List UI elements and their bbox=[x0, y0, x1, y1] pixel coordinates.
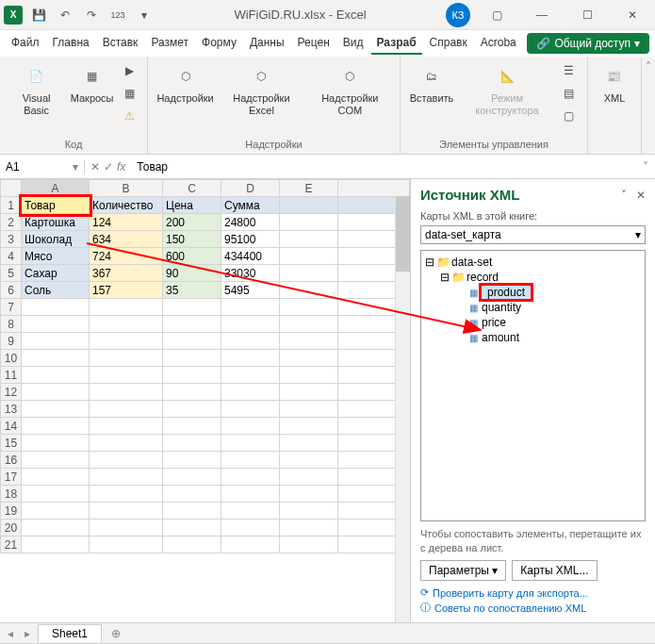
cell[interactable] bbox=[221, 503, 280, 520]
tab-file[interactable]: Файл bbox=[6, 32, 45, 55]
expand-formula-icon[interactable]: ˅ bbox=[636, 160, 655, 173]
col-header-d[interactable]: D bbox=[221, 180, 280, 197]
row-header[interactable]: 21 bbox=[1, 537, 22, 553]
addins-button[interactable]: ⬡ Надстройки bbox=[156, 60, 215, 107]
row-header[interactable]: 14 bbox=[1, 418, 22, 435]
cell[interactable] bbox=[22, 486, 90, 503]
excel-addins-button[interactable]: ⬡ Надстройки Excel bbox=[219, 60, 304, 119]
sheet-nav-next[interactable]: ▸ bbox=[21, 627, 34, 640]
cell[interactable]: 124 bbox=[90, 214, 163, 231]
cell-c1[interactable]: Цена bbox=[163, 197, 221, 214]
cell[interactable] bbox=[163, 367, 221, 384]
tab-review[interactable]: Рецен bbox=[292, 32, 336, 55]
cell[interactable] bbox=[280, 418, 338, 435]
tab-layout[interactable]: Размет bbox=[145, 32, 194, 55]
redo-icon[interactable]: ↷ bbox=[81, 5, 102, 25]
cell[interactable] bbox=[90, 401, 163, 418]
tree-field-amount[interactable]: ▦ amount bbox=[425, 330, 641, 345]
col-header-b[interactable]: B bbox=[90, 180, 163, 197]
record-macro-button[interactable]: ▶ bbox=[119, 60, 139, 81]
cancel-icon[interactable]: ✕ bbox=[90, 160, 100, 173]
row-header[interactable]: 17 bbox=[1, 469, 22, 486]
view-code-button[interactable]: ▤ bbox=[559, 83, 580, 104]
cell[interactable]: Сахар bbox=[22, 265, 90, 282]
cell[interactable]: Картошка bbox=[22, 214, 90, 231]
cell-a1[interactable]: Товар bbox=[22, 197, 90, 214]
cell[interactable] bbox=[90, 316, 163, 333]
cell[interactable]: 5495 bbox=[221, 282, 280, 299]
cell[interactable] bbox=[221, 452, 280, 469]
row-header[interactable]: 9 bbox=[1, 333, 22, 350]
cell[interactable] bbox=[22, 503, 90, 520]
cell[interactable] bbox=[221, 333, 280, 350]
cell[interactable] bbox=[163, 350, 221, 367]
cell[interactable] bbox=[90, 384, 163, 401]
run-dialog-button[interactable]: ▢ bbox=[559, 106, 580, 126]
name-box[interactable]: A1 ▾ bbox=[0, 160, 85, 173]
cell[interactable] bbox=[221, 299, 280, 316]
cell[interactable] bbox=[280, 299, 338, 316]
xml-button[interactable]: 📰 XML bbox=[596, 60, 633, 107]
row-header[interactable]: 5 bbox=[1, 265, 22, 282]
cell[interactable] bbox=[22, 418, 90, 435]
cell[interactable] bbox=[280, 520, 338, 537]
cell[interactable] bbox=[280, 350, 338, 367]
cell[interactable] bbox=[163, 452, 221, 469]
com-addins-button[interactable]: ⬡ Надстройки COM bbox=[308, 60, 392, 119]
cell[interactable] bbox=[90, 350, 163, 367]
col-header-a[interactable]: A bbox=[22, 180, 90, 197]
collapse-icon[interactable]: ⊟ bbox=[425, 256, 434, 269]
tree-field-quantity[interactable]: ▦ quantity bbox=[425, 300, 641, 315]
cell[interactable] bbox=[221, 384, 280, 401]
cell[interactable] bbox=[280, 197, 338, 214]
cell[interactable] bbox=[280, 384, 338, 401]
tab-help[interactable]: Справк bbox=[424, 32, 473, 55]
tab-home[interactable]: Главна bbox=[47, 32, 95, 55]
row-header[interactable]: 12 bbox=[1, 384, 22, 401]
cell[interactable] bbox=[22, 333, 90, 350]
share-button[interactable]: 🔗 Общий доступ ▾ bbox=[527, 33, 649, 54]
tab-data[interactable]: Данны bbox=[244, 32, 290, 55]
cell[interactable] bbox=[163, 435, 221, 452]
cell[interactable] bbox=[221, 486, 280, 503]
cell[interactable]: 157 bbox=[90, 282, 163, 299]
cell[interactable] bbox=[221, 537, 280, 553]
row-header[interactable]: 3 bbox=[1, 231, 22, 248]
cell[interactable] bbox=[280, 537, 338, 553]
cell[interactable]: Мясо bbox=[22, 248, 90, 265]
enter-icon[interactable]: ✓ bbox=[104, 160, 113, 173]
row-header[interactable]: 10 bbox=[1, 350, 22, 367]
row-header[interactable]: 4 bbox=[1, 248, 22, 265]
cell[interactable]: 24800 bbox=[221, 214, 280, 231]
cell[interactable]: 600 bbox=[163, 248, 221, 265]
cell[interactable]: 634 bbox=[90, 231, 163, 248]
cell[interactable] bbox=[22, 367, 90, 384]
cell[interactable] bbox=[280, 452, 338, 469]
cell[interactable]: 90 bbox=[163, 265, 221, 282]
cell[interactable] bbox=[22, 384, 90, 401]
cell[interactable]: 150 bbox=[163, 231, 221, 248]
sheet-nav-prev[interactable]: ◂ bbox=[4, 627, 17, 640]
cell[interactable] bbox=[90, 333, 163, 350]
cell[interactable] bbox=[221, 367, 280, 384]
cell[interactable] bbox=[221, 401, 280, 418]
cell[interactable] bbox=[163, 503, 221, 520]
row-header[interactable]: 7 bbox=[1, 299, 22, 316]
cell[interactable] bbox=[221, 435, 280, 452]
row-header[interactable]: 18 bbox=[1, 486, 22, 503]
cell[interactable] bbox=[280, 367, 338, 384]
pane-close-icon[interactable]: ✕ bbox=[636, 189, 646, 202]
cell[interactable] bbox=[22, 469, 90, 486]
select-all-corner[interactable] bbox=[1, 180, 22, 197]
cell[interactable] bbox=[22, 452, 90, 469]
collapse-ribbon-icon[interactable]: ˄ bbox=[642, 57, 655, 154]
row-header[interactable]: 6 bbox=[1, 282, 22, 299]
row-header[interactable]: 19 bbox=[1, 503, 22, 520]
properties-button[interactable]: ☰ bbox=[559, 60, 580, 81]
add-sheet-button[interactable]: ⊕ bbox=[106, 627, 126, 640]
verify-map-link[interactable]: ⟳ Проверить карту для экспорта... bbox=[420, 586, 646, 599]
cell[interactable] bbox=[90, 486, 163, 503]
xml-map-dropdown[interactable]: data-set_карта ▾ bbox=[420, 225, 646, 244]
row-header[interactable]: 8 bbox=[1, 316, 22, 333]
qat-dropdown-icon[interactable]: ▾ bbox=[134, 5, 155, 25]
